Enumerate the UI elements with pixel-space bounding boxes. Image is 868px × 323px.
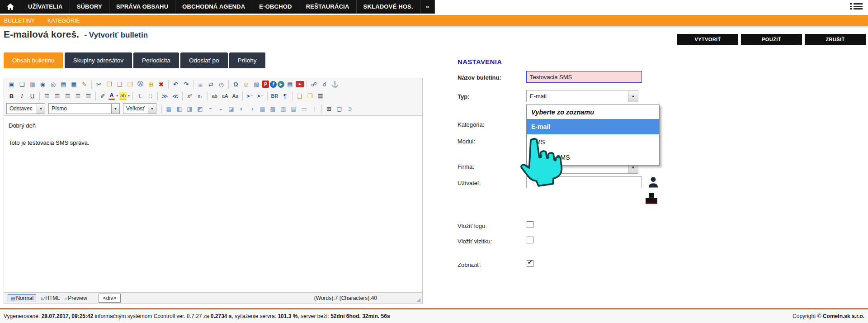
select-frame-icon[interactable]: ▢: [335, 104, 344, 113]
uppercase-icon[interactable]: aA: [220, 91, 230, 100]
align-center-icon[interactable]: ☰: [52, 91, 62, 100]
list-menu-icon[interactable]: [850, 3, 863, 11]
delete-row-icon[interactable]: ◪: [226, 104, 236, 113]
mode-normal-button[interactable]: ▤ Normal: [8, 294, 36, 302]
history-clock-icon[interactable]: ◷: [217, 80, 226, 89]
remove-format-icon[interactable]: ✎: [80, 80, 89, 89]
link-icon[interactable]: ☍: [309, 80, 319, 89]
tab-prilohy[interactable]: Prílohy: [229, 52, 265, 68]
delete-cell-icon[interactable]: ◩: [195, 104, 205, 113]
chevron-down-icon[interactable]: ▼: [148, 104, 156, 114]
user-input[interactable]: [526, 176, 642, 188]
media-player-icon[interactable]: ▶: [278, 81, 284, 88]
select-add-icon[interactable]: ➤⁺: [245, 91, 255, 100]
bulletin-name-input[interactable]: [526, 71, 642, 83]
strikethrough-icon[interactable]: ab: [210, 91, 219, 100]
chevron-up-icon[interactable]: ▲: [628, 90, 638, 102]
insert-row-before-icon[interactable]: ◓: [206, 104, 215, 113]
zrusit-button[interactable]: ZRUŠIŤ: [805, 34, 866, 45]
line-break-icon[interactable]: BR: [270, 91, 279, 100]
align-left-icon[interactable]: ☰: [42, 91, 52, 100]
insert-row-after-icon[interactable]: ◒: [216, 104, 226, 113]
indent-icon[interactable]: ≫: [160, 91, 170, 100]
paste-text-icon[interactable]: ❒: [125, 80, 135, 89]
paste-html-icon[interactable]: ⊞: [146, 80, 156, 89]
copyright-brand[interactable]: ComeIn.sk s.r.o.: [823, 313, 864, 319]
insert-image-icon[interactable]: ▧: [252, 80, 261, 89]
lowercase-icon[interactable]: Aa: [231, 91, 240, 100]
insert-table-icon[interactable]: ▦: [164, 104, 174, 113]
font-color-icon[interactable]: A: [108, 92, 115, 100]
nav-item-e-obchod[interactable]: E-OBCHOD: [252, 0, 299, 14]
find-icon[interactable]: ◉: [38, 80, 47, 89]
insert-cell-after-icon[interactable]: ◨: [185, 104, 194, 113]
font-select[interactable]: Písmo ▼: [48, 103, 120, 114]
bullet-list-icon[interactable]: ∷: [146, 91, 155, 100]
justify-icon[interactable]: ☰: [73, 91, 83, 100]
paste-icon[interactable]: ❑: [115, 80, 124, 89]
table-grid-icon[interactable]: ▦: [258, 104, 267, 113]
chevron-down-icon[interactable]: ▼: [37, 104, 45, 114]
font-size-select[interactable]: Veľkosť ▼: [123, 103, 156, 114]
flash-icon[interactable]: f: [270, 81, 277, 88]
table-properties-icon[interactable]: ▩: [268, 104, 278, 113]
ordered-list-icon[interactable]: ⒈: [135, 91, 145, 100]
stamp-icon[interactable]: [646, 193, 657, 204]
nav-item-skladove-hos[interactable]: SKLADOVÉ HOS.: [357, 0, 420, 14]
cut-icon[interactable]: ✂: [94, 80, 104, 89]
numbered-lines-icon[interactable]: ≣: [196, 80, 205, 89]
unlink-icon[interactable]: ☌: [320, 80, 329, 89]
highlight-dropdown-icon[interactable]: ▾: [127, 91, 131, 100]
smiley-icon[interactable]: ☺: [241, 80, 251, 89]
newsletter-icon[interactable]: ▤: [285, 80, 295, 89]
nav-item-uzivatelia[interactable]: UŽÍVATELIA: [21, 0, 70, 14]
copy-icon[interactable]: ❐: [104, 80, 114, 89]
chevron-down-icon[interactable]: ▼: [111, 104, 119, 114]
select-remove-icon[interactable]: ➤⁻: [255, 91, 265, 100]
highlight-color-icon[interactable]: ab: [119, 92, 127, 100]
person-icon[interactable]: [647, 176, 659, 188]
bold-icon[interactable]: B: [7, 91, 16, 100]
anchor-icon[interactable]: ⚓: [330, 80, 340, 89]
home-button[interactable]: [0, 0, 21, 14]
nav-item-sprava-obsahu[interactable]: SPRÁVA OBSAHU: [109, 0, 175, 14]
tab-skupiny-adresatov[interactable]: Skupiny adresátov: [65, 52, 132, 68]
send-backward-icon[interactable]: ❐: [305, 91, 315, 100]
show-borders-icon[interactable]: ⊞: [324, 104, 334, 113]
show-checkbox[interactable]: ✔: [527, 260, 533, 267]
mode-preview-button[interactable]: ⌕ Preview: [64, 295, 87, 301]
dropdown-option-email[interactable]: E-mail: [527, 119, 659, 134]
replace-icon[interactable]: ◎: [48, 80, 58, 89]
insert-column-after-icon[interactable]: ◑: [247, 104, 257, 113]
eraser-icon[interactable]: ✐: [98, 91, 108, 100]
script-icon[interactable]: ➲: [345, 104, 354, 113]
nav-item-obchodna-agenda[interactable]: OBCHODNÁ AGENDA: [175, 0, 252, 14]
pouzit-button[interactable]: POUŽIŤ: [741, 34, 802, 45]
select-all-icon[interactable]: ▤: [59, 80, 68, 89]
type-select[interactable]: E-mail ▲: [526, 90, 638, 102]
subscript-icon[interactable]: x₂: [195, 91, 205, 100]
nav-item-subory[interactable]: SÚBORY: [70, 0, 109, 14]
justify-full-icon[interactable]: ☰: [84, 91, 93, 100]
bring-forward-icon[interactable]: ❏: [295, 91, 304, 100]
align-right-icon[interactable]: ☰: [63, 91, 72, 100]
merge-cells-icon[interactable]: ▥: [278, 104, 288, 113]
mode-html-button[interactable]: ⊡ HTML: [40, 295, 60, 301]
tab-odoslat-po[interactable]: Odoslať po: [180, 52, 228, 68]
save-icon[interactable]: ▣: [7, 80, 16, 89]
redo-icon[interactable]: ↷: [181, 80, 191, 89]
paragraph-icon[interactable]: ¶: [280, 91, 290, 100]
nav-item-more[interactable]: »: [420, 0, 435, 14]
dropdown-option-email-a-sms[interactable]: E-mail a SMS: [527, 150, 659, 165]
insert-column-before-icon[interactable]: ◐: [237, 104, 246, 113]
paragraph-format-select[interactable]: Odstavec ▼: [6, 103, 45, 114]
vytvorit-button[interactable]: VYTVORIŤ: [677, 34, 738, 45]
print-icon[interactable]: ▥: [28, 80, 37, 89]
dropdown-option-sms[interactable]: SMS: [527, 134, 659, 150]
superscript-icon[interactable]: x²: [185, 91, 194, 100]
dropdown-prompt[interactable]: Vyberte zo zoznamu: [527, 105, 659, 119]
div-tag-button[interactable]: <div>: [99, 294, 121, 303]
tab-periodicita[interactable]: Periodicita: [133, 52, 179, 68]
tab-obsah-bulletinu[interactable]: Obsah bulletinu: [4, 52, 63, 68]
new-page-icon[interactable]: ❏: [17, 80, 27, 89]
